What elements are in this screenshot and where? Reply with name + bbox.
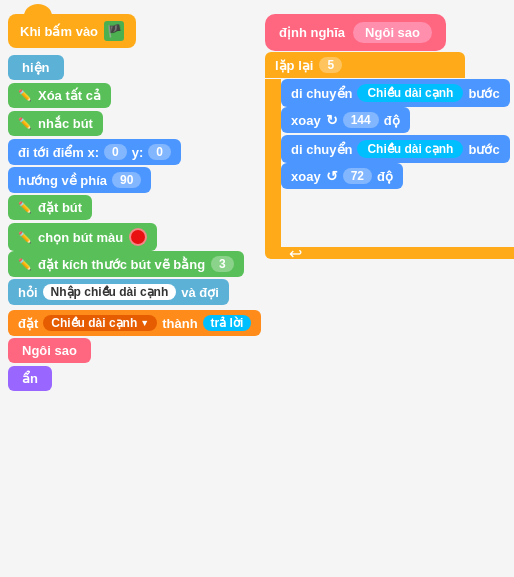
- xoay-left-block[interactable]: xoay ↺ 72 độ: [281, 163, 403, 189]
- variable-dropdown[interactable]: Chiều dài cạnh ▼: [43, 315, 157, 331]
- x-value[interactable]: 0: [104, 144, 127, 160]
- size-value[interactable]: 3: [211, 256, 234, 272]
- rotate-right-icon: ↻: [326, 112, 338, 128]
- pencil-icon-3: ✏️: [18, 201, 32, 214]
- hoi-block[interactable]: hỏi Nhập chiều dài cạnh và đợi: [8, 279, 229, 305]
- question-input[interactable]: Nhập chiều dài cạnh: [43, 284, 177, 300]
- y-value[interactable]: 0: [148, 144, 171, 160]
- huong-ve-phia-block[interactable]: hướng về phía 90: [8, 167, 151, 193]
- dropdown-arrow: ▼: [140, 318, 149, 328]
- chieu-dai-canh-oval-2[interactable]: Chiều dài cạnh: [357, 140, 463, 158]
- direction-value[interactable]: 90: [112, 172, 141, 188]
- define-block[interactable]: định nghĩa Ngôi sao: [265, 14, 446, 51]
- workspace: Khi bấm vào 🏴 hiện ✏️ Xóa tất cả ✏️ nhắc…: [0, 0, 514, 577]
- pencil-icon-1: ✏️: [18, 89, 32, 102]
- xoa-tat-ca-block[interactable]: ✏️ Xóa tất cả: [8, 83, 111, 108]
- di-chuyen-1-block[interactable]: di chuyển Chiều dài cạnh bước: [281, 79, 510, 107]
- chieu-dai-canh-oval-1[interactable]: Chiều dài cạnh: [357, 84, 463, 102]
- answer-oval[interactable]: trả lời: [203, 315, 252, 331]
- angle-value-1[interactable]: 144: [343, 112, 379, 128]
- color-circle[interactable]: [129, 228, 147, 246]
- hien-block[interactable]: hiện: [8, 55, 64, 80]
- pencil-icon-4: ✏️: [18, 231, 32, 244]
- loop-arrow: ↩: [289, 244, 302, 263]
- di-chuyen-2-block[interactable]: di chuyển Chiều dài cạnh bước: [281, 135, 510, 163]
- rotate-left-icon: ↺: [326, 168, 338, 184]
- xoay-right-block[interactable]: xoay ↻ 144 độ: [281, 107, 410, 133]
- lap-lai-header[interactable]: lặp lại 5: [265, 52, 465, 78]
- ngoi-sao-sprite-block[interactable]: Ngôi sao: [8, 338, 91, 363]
- pencil-icon-5: ✏️: [18, 258, 32, 271]
- dat-but-block[interactable]: ✏️ đặt bút: [8, 195, 92, 220]
- flag-icon: 🏴: [104, 21, 124, 41]
- custom-block-oval: Ngôi sao: [353, 22, 432, 43]
- angle-value-2[interactable]: 72: [343, 168, 372, 184]
- hat-label: Khi bấm vào: [20, 24, 98, 39]
- goto-xy-block[interactable]: đi tới điểm x: 0 y: 0: [8, 139, 181, 165]
- chon-but-mau-block[interactable]: ✏️ chọn bút màu: [8, 223, 157, 251]
- nhac-but-block[interactable]: ✏️ nhắc bút: [8, 111, 103, 136]
- pencil-icon-2: ✏️: [18, 117, 32, 130]
- dat-variable-block[interactable]: đặt Chiều dài cạnh ▼ thành trả lời: [8, 310, 261, 336]
- event-hat-block[interactable]: Khi bấm vào 🏴: [8, 14, 136, 48]
- repeat-value[interactable]: 5: [319, 57, 342, 73]
- dat-kich-thuoc-block[interactable]: ✏️ đặt kích thước bút vẽ bằng 3: [8, 251, 244, 277]
- an-block[interactable]: ẩn: [8, 366, 52, 391]
